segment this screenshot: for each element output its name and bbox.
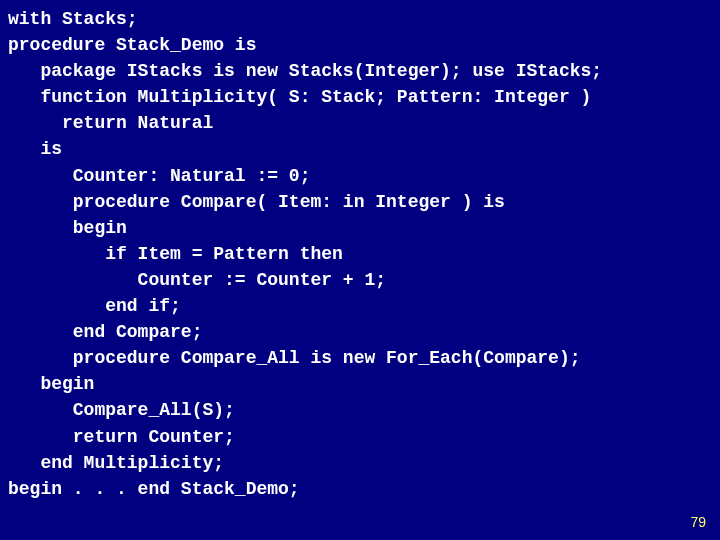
page-number: 79 [690, 512, 706, 532]
code-block: with Stacks; procedure Stack_Demo is pac… [8, 6, 712, 502]
